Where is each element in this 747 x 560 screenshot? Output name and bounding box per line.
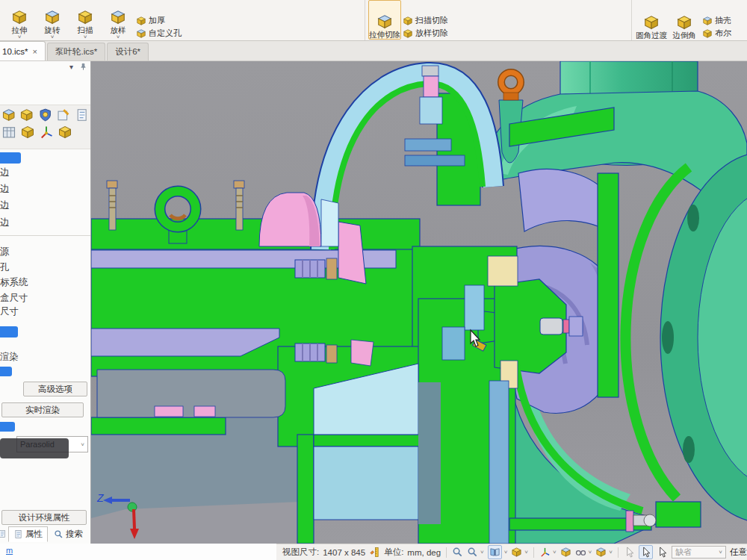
list-item-size[interactable]: 尺寸	[0, 305, 19, 318]
partial-tab-icon[interactable]	[0, 529, 7, 539]
pick-filter-select[interactable]: 缺省 ˅	[672, 546, 726, 559]
properties-icon	[13, 529, 23, 539]
part-body-icon[interactable]	[58, 125, 72, 140]
list-item-edge[interactable]: 边	[0, 183, 10, 196]
display-mode-icon[interactable]	[1, 108, 16, 122]
list-item-render[interactable]: 渲染	[0, 351, 19, 364]
pick-cursor-icon[interactable]	[657, 547, 668, 558]
list-item-edge[interactable]: 边	[0, 217, 10, 229]
manager-panel: ▾ 边 边 边 边 源 孔 标系统 盒尺寸	[0, 61, 91, 544]
regen-icon[interactable]	[19, 108, 34, 122]
triad-icon[interactable]	[539, 547, 551, 558]
ruler-icon[interactable]	[369, 547, 380, 558]
zoom-in-icon[interactable]	[452, 547, 463, 558]
axes-icon[interactable]	[39, 125, 54, 140]
viewport-3d[interactable]: Z X	[91, 61, 747, 544]
chevron-down-icon[interactable]: ˅	[480, 549, 484, 556]
selected-list-item[interactable]	[0, 422, 15, 432]
display-cube-icon[interactable]	[595, 547, 607, 558]
tab-properties[interactable]: 属性	[8, 526, 48, 542]
advanced-options-button[interactable]: 高级选项	[23, 382, 87, 396]
chevron-down-icon[interactable]: ˅	[609, 549, 613, 556]
list-item-light-source[interactable]: 源	[0, 246, 10, 258]
list-item-coordinate-system[interactable]: 标系统	[0, 276, 28, 289]
fillet-icon	[643, 14, 660, 31]
partial-button[interactable]	[136, 7, 360, 14]
chevron-down-icon[interactable]: ˅	[504, 549, 508, 556]
chevron-down-icon[interactable]: ˅	[51, 34, 55, 40]
design-env-properties-button[interactable]: 设计环境属性	[1, 510, 87, 525]
chevron-down-icon: ˅	[719, 549, 722, 556]
fillet-button[interactable]: 圆角过渡	[635, 0, 668, 40]
panel-toolbar	[0, 105, 90, 149]
list-item-hole[interactable]: 孔	[0, 261, 10, 274]
chevron-down-icon[interactable]: ˅	[18, 34, 22, 40]
view-size-label: 视图尺寸:	[282, 547, 319, 558]
tab-document-3[interactable]: 设计6*	[107, 43, 149, 60]
status-link[interactable]: m	[6, 546, 13, 555]
revolve-button[interactable]: 旋转˅	[36, 0, 69, 40]
custom-hole-icon	[136, 28, 146, 39]
extrude-cut-icon	[376, 13, 393, 30]
parts-icon[interactable]	[20, 125, 35, 140]
orientation-cube-icon[interactable]	[511, 547, 522, 558]
sweep-cut-button[interactable]: 扫描切除	[403, 14, 627, 27]
thicken-button[interactable]: 加厚	[136, 14, 360, 27]
gasket[interactable]	[194, 406, 215, 417]
tab-document-2[interactable]: 泵叶轮.ics*	[47, 43, 105, 60]
ribbon-toolbar: 拉伸˅ 旋转˅ 扫描˅ 放样˅ 加厚	[0, 0, 747, 41]
selected-list-item[interactable]	[0, 326, 18, 337]
edit-note-icon[interactable]	[56, 108, 70, 122]
pin-icon[interactable]	[79, 63, 87, 71]
zoom-out-icon[interactable]	[467, 547, 478, 558]
shell-button[interactable]: 抽壳	[702, 14, 747, 27]
chevron-down-icon[interactable]: ˅	[84, 34, 87, 40]
select-prev-icon[interactable]	[624, 547, 635, 558]
partial-button[interactable]	[403, 7, 627, 14]
extrude-button[interactable]: 拉伸˅	[3, 0, 36, 40]
gasket[interactable]	[155, 406, 183, 417]
svg-text:Z: Z	[96, 492, 104, 504]
realtime-render-button[interactable]: 实时渲染	[1, 402, 84, 417]
chamfer-button[interactable]: 边倒角	[668, 0, 701, 40]
extrude-cut-button[interactable]: 拉伸切除	[368, 0, 401, 40]
select-tool-button[interactable]	[639, 545, 653, 559]
shield-icon[interactable]	[38, 108, 52, 122]
list-item-edge[interactable]: 边	[0, 167, 10, 179]
shell-icon	[702, 16, 713, 26]
custom-hole-button[interactable]: 自定义孔	[136, 27, 360, 40]
list-item-edge[interactable]: 边	[0, 199, 10, 212]
ribbon-group-shape: 拉伸˅ 旋转˅ 扫描˅ 放样˅ 加厚	[0, 0, 365, 41]
chevron-down-icon[interactable]: ˅	[589, 549, 592, 556]
view-size-value: 1407 x 845	[323, 548, 365, 557]
tab-document-1[interactable]: 10.ics* ×	[0, 41, 46, 60]
chevron-down-icon[interactable]: ˅	[117, 34, 120, 40]
loft-cut-icon	[403, 28, 413, 39]
tab-search[interactable]: 搜索	[49, 527, 87, 541]
list-item-bounding-box[interactable]: 盒尺寸	[0, 292, 28, 305]
chevron-down-icon[interactable]: ˅	[81, 441, 84, 448]
status-bar: m 视图尺寸: 1407 x 845 单位: mm, deg ˅ ˅ ˅ ˅ ˅	[0, 544, 747, 560]
thicken-icon	[136, 16, 146, 26]
chevron-down-icon[interactable]: ▾	[69, 63, 73, 71]
grid-icon[interactable]	[1, 125, 16, 140]
selected-list-item[interactable]	[0, 367, 12, 376]
loft-button[interactable]: 放样˅	[102, 0, 134, 40]
tooltip-overlay	[0, 438, 69, 458]
view-mode-button[interactable]	[488, 545, 502, 559]
partial-button[interactable]	[702, 7, 747, 14]
selected-list-item[interactable]	[0, 152, 21, 164]
search-icon	[54, 529, 63, 539]
boolean-button[interactable]: 布尔	[702, 27, 747, 40]
chevron-down-icon[interactable]: ˅	[553, 549, 557, 556]
sweep-button[interactable]: 扫描˅	[69, 0, 102, 40]
snap-mode-label[interactable]: 任意	[730, 547, 747, 558]
close-icon[interactable]: ×	[33, 47, 37, 56]
document-icon[interactable]	[75, 108, 89, 122]
chevron-down-icon[interactable]: ˅	[524, 549, 528, 556]
shaded-view-icon[interactable]	[560, 547, 571, 558]
loft-cut-button[interactable]: 放样切除	[403, 27, 627, 40]
cad-application-window: 拉伸˅ 旋转˅ 扫描˅ 放样˅ 加厚	[0, 0, 747, 560]
glasses-icon[interactable]	[575, 547, 586, 558]
ribbon-group-modify: 圆角过渡 边倒角 抽壳 布尔	[632, 0, 747, 41]
